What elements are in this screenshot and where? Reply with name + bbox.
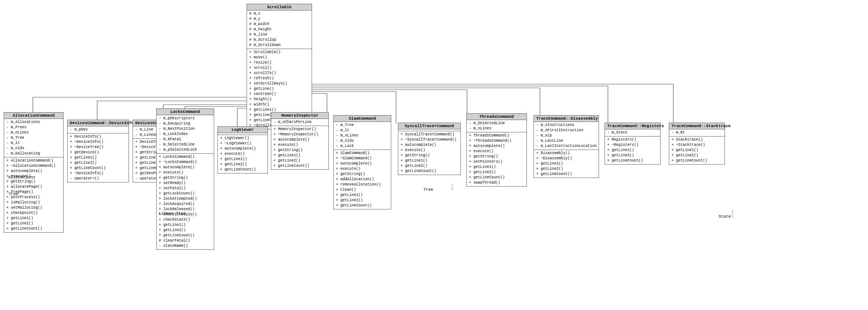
logviewer-methods: + LogViewer() + ~LogViewer() + autocompl… bbox=[218, 135, 268, 173]
devicescommand-deviceinfo-title: DevicesCommand::DeviceInfo bbox=[68, 120, 129, 126]
lockscommand-fields: - m_pDescriptors - m_bAcquiring - m_Next… bbox=[157, 115, 214, 154]
tracecommand-registers-methods: + Registers() + ~Registers() + getLine1(… bbox=[605, 136, 660, 164]
memoryinspector-methods: + MemoryInspector() + ~MemoryInspector()… bbox=[271, 126, 328, 169]
memoryinspector-box: MemoryInspector - m_nCharsPerLine + Memo… bbox=[271, 112, 329, 170]
label-allocations: Allocations bbox=[8, 175, 35, 179]
slamcommand-fields: - m_Tree - m_lt - m_nLines - m_nldx - m_… bbox=[334, 122, 391, 150]
devicescommand-deviceinfo-fields: - m_pDev bbox=[68, 126, 129, 133]
memoryinspector-fields: - m_nCharsPerLine bbox=[271, 119, 328, 126]
label-tree-allocations: Tree bbox=[9, 192, 18, 196]
lockscommand-box: LocksCommand - m_pDescriptors - m_bAcqui… bbox=[156, 108, 214, 250]
label-state: State bbox=[719, 214, 731, 219]
devicescommand-deviceinfo-box: DevicesCommand::DeviceInfo - m_pDev + De… bbox=[67, 120, 129, 182]
tracecommand-registers-title: TraceCommand::Registers bbox=[605, 123, 660, 129]
syscalltracercommand-title: SyscallTracerCommand bbox=[398, 123, 460, 129]
slamcommand-title: SlamCommand bbox=[334, 116, 391, 122]
allocationcommand-fields: - m_Allocations - m_Frees - m_nLines - m… bbox=[4, 119, 63, 157]
memoryinspector-title: MemoryInspector bbox=[271, 113, 328, 119]
slamcommand-box: SlamCommand - m_Tree - m_lt - m_nLines -… bbox=[333, 115, 391, 209]
tracecommand-stacktrace-box: TraceCommand::Stacktrace - m_Bt + Stackt… bbox=[669, 123, 725, 165]
tracecommand-registers-box: TraceCommand::Registers - m_State + Regi… bbox=[605, 123, 661, 165]
logviewer-title: LogViewer bbox=[218, 127, 268, 133]
syscalltracercommand-box: SyscallTracerCommand + SyscallTracerComm… bbox=[398, 123, 461, 175]
threadscommand-fields: - m_SelectedLine - m_nLines bbox=[467, 120, 526, 132]
tracecommand-stacktrace-methods: + Stacktrace() + ~Stacktrace() + getLine… bbox=[669, 136, 725, 164]
tracecommand-stacktrace-title: TraceCommand::Stacktrace bbox=[669, 123, 725, 129]
diagram-container: Scrollable # m_x # m_y # m_width # m_hei… bbox=[0, 0, 868, 310]
label-tree-threads: Tree bbox=[423, 187, 433, 192]
tracecommand-disassembly-title: TraceCommand::Disassembly bbox=[534, 116, 599, 122]
logviewer-box: LogViewer + LogViewer() + ~LogViewer() +… bbox=[217, 126, 268, 174]
devicescommand-deviceinfo-methods: + DeviceInfo() + ~DeviceInfo() + ~Device… bbox=[68, 133, 129, 182]
lockscommand-methods: + LocksCommand() + ~LocksCommand() + aut… bbox=[157, 154, 214, 249]
lockscommand-title: LocksCommand bbox=[157, 109, 214, 115]
tracecommand-registers-fields: - m_State bbox=[605, 129, 660, 136]
tracecommand-disassembly-methods: + Disassembly() + ~Disassembly() + getLi… bbox=[534, 150, 599, 178]
tracecommand-disassembly-box: TraceCommand::Disassembly - m_nInstructi… bbox=[534, 115, 599, 178]
allocationcommand-title: AllocationCommand bbox=[4, 113, 63, 119]
scrollable-fields: # m_x # m_y # m_width # m_height # m_lin… bbox=[247, 10, 312, 49]
threadscommand-methods: + ThreadsCommand() + ~ThreadsCommand() +… bbox=[467, 132, 526, 186]
allocationcommand-box: AllocationCommand - m_Allocations - m_Fr… bbox=[4, 112, 64, 233]
scrollable-box: Scrollable # m_x # m_y # m_width # m_hei… bbox=[247, 4, 312, 129]
threadscommand-title: ThreadsCommand bbox=[467, 114, 526, 120]
threadscommand-box: ThreadsCommand - m_SelectedLine - m_nLin… bbox=[466, 113, 527, 187]
slamcommand-methods: + SlamCommand() + ~SlamCommand() + autoc… bbox=[334, 150, 391, 209]
scrollable-title: Scrollable bbox=[247, 4, 312, 10]
tracecommand-disassembly-fields: - m_nInstructions - m_nFirstInstruction … bbox=[534, 122, 599, 150]
syscalltracercommand-methods: + SyscallTracerCommand() + ~SyscallTrace… bbox=[398, 131, 460, 175]
label-linear-tree: Linear Tree bbox=[159, 211, 186, 216]
tracecommand-stacktrace-fields: - m_Bt bbox=[669, 129, 725, 136]
